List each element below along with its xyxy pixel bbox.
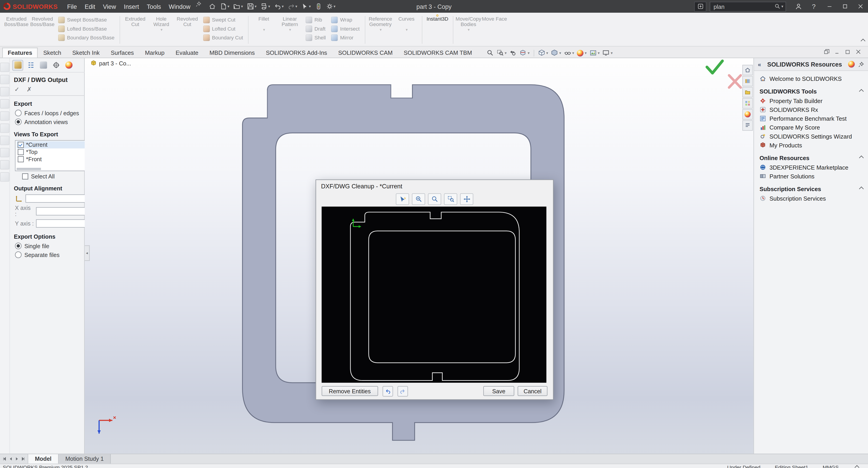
link-my-products[interactable]: My Products bbox=[754, 141, 868, 149]
ribbon-swept-cut[interactable]: Swept Cut bbox=[203, 17, 243, 23]
checkbox-current[interactable] bbox=[18, 142, 24, 148]
menu-tools[interactable]: Tools bbox=[143, 1, 165, 12]
link-3dexperience-marketplace[interactable]: 3DEXPERIENCE Marketplace bbox=[754, 163, 868, 172]
cleanup-redo-button[interactable] bbox=[397, 386, 408, 396]
menu-edit[interactable]: Edit bbox=[81, 1, 99, 12]
pm-tab-appearances[interactable] bbox=[64, 60, 73, 70]
save-button[interactable]: ▾ bbox=[245, 1, 258, 11]
tab-sketch[interactable]: Sketch bbox=[38, 48, 67, 58]
link-settings-wizard[interactable]: SOLIDWORKS Settings Wizard bbox=[754, 132, 868, 141]
tab-evaluate[interactable]: Evaluate bbox=[170, 48, 204, 58]
cancel-dialog-button[interactable]: Cancel bbox=[518, 386, 548, 396]
ribbon-boundary-cut[interactable]: Boundary Cut bbox=[203, 34, 243, 41]
ribbon-move-face[interactable]: Move Face bbox=[482, 14, 507, 46]
side-toolbar-button[interactable] bbox=[0, 75, 9, 84]
side-toolbar-button[interactable] bbox=[0, 148, 9, 157]
link-compare-my-score[interactable]: Compare My Score bbox=[754, 123, 868, 132]
new-document-button[interactable]: ▾ bbox=[218, 1, 231, 11]
scroll-next-button[interactable] bbox=[14, 457, 20, 462]
status-expander[interactable] bbox=[853, 466, 861, 468]
status-units[interactable]: MMGS bbox=[823, 465, 839, 468]
side-toolbar-button[interactable] bbox=[0, 172, 9, 182]
cleanup-zoom-in-button[interactable] bbox=[412, 193, 425, 205]
cleanup-zoom-fit-button[interactable] bbox=[428, 193, 441, 205]
ribbon-extruded-boss-base[interactable]: Extruded Boss/Base bbox=[3, 14, 29, 46]
help-button[interactable]: ? bbox=[806, 0, 822, 13]
zoom-fit-button[interactable] bbox=[486, 49, 494, 57]
ribbon-instant3d[interactable]: Instant3D bbox=[424, 14, 451, 46]
cleanup-select-button[interactable] bbox=[396, 193, 409, 205]
select-arrow-button[interactable]: ▾ bbox=[300, 1, 313, 11]
minimize-button[interactable] bbox=[822, 0, 837, 13]
redo-button[interactable]: ▾ bbox=[286, 1, 299, 11]
radio-faces-loops-edges[interactable] bbox=[15, 110, 22, 116]
taskpane-tab-appearances[interactable] bbox=[742, 109, 753, 120]
pm-cancel-button[interactable]: ✗ bbox=[27, 86, 32, 93]
cleanup-zoom-area-button[interactable] bbox=[444, 193, 457, 205]
checkbox-front[interactable] bbox=[18, 156, 24, 162]
welcome-link[interactable]: Welcome to SOLIDWORKS bbox=[754, 74, 868, 83]
pm-tab-dimxpert[interactable] bbox=[51, 60, 61, 70]
edit-appearance-button[interactable]: ▾ bbox=[577, 50, 587, 56]
ribbon-lofted-boss-base[interactable]: Lofted Boss/Base bbox=[58, 26, 115, 32]
ribbon-move-copy-bodies[interactable]: Move/Copy Bodies▾ bbox=[455, 14, 482, 46]
pm-tab-propertymanager[interactable] bbox=[13, 60, 23, 70]
ribbon-swept-boss-base[interactable]: Swept Boss/Base bbox=[58, 17, 115, 23]
section-subscription-services[interactable]: Subscription Services bbox=[754, 180, 868, 194]
ribbon-wrap[interactable]: Wrap bbox=[331, 17, 360, 23]
ribbon-revolved-cut[interactable]: Revolved Cut bbox=[174, 14, 200, 46]
restore-document-button[interactable] bbox=[845, 49, 851, 56]
cleanup-undo-button[interactable] bbox=[382, 386, 393, 396]
task-pane-options-icon[interactable] bbox=[848, 61, 855, 67]
section-view-button[interactable]: ▾ bbox=[519, 49, 530, 57]
tab-markup[interactable]: Markup bbox=[140, 48, 170, 58]
ribbon-linear-pattern[interactable]: Linear Pattern▾ bbox=[277, 14, 303, 46]
dxf-preview-canvas[interactable] bbox=[322, 206, 547, 383]
ribbon-curves[interactable]: Curves▾ bbox=[393, 14, 420, 46]
pm-tab-featuremanager[interactable] bbox=[26, 60, 35, 70]
rebuild-button[interactable] bbox=[313, 1, 323, 11]
side-toolbar-button[interactable] bbox=[0, 111, 9, 121]
motion-study-tab[interactable]: Motion Study 1 bbox=[59, 454, 111, 464]
tab-solidworks-add-ins[interactable]: SOLIDWORKS Add-Ins bbox=[260, 48, 333, 58]
cleanup-pan-button[interactable] bbox=[460, 193, 473, 205]
section-online-resources[interactable]: Online Resources bbox=[754, 149, 868, 163]
account-button[interactable] bbox=[790, 0, 806, 13]
tab-sketch-ink[interactable]: Sketch Ink bbox=[67, 48, 105, 58]
ribbon-lofted-cut[interactable]: Lofted Cut bbox=[203, 26, 243, 32]
link-performance-benchmark-test[interactable]: Performance Benchmark Test bbox=[754, 114, 868, 123]
link-partner-solutions[interactable]: Partner Solutions bbox=[754, 172, 868, 180]
home-button[interactable] bbox=[207, 1, 217, 11]
previous-view-button[interactable] bbox=[509, 49, 517, 57]
tab-features[interactable]: Features bbox=[2, 48, 38, 58]
remove-entities-button[interactable]: Remove Entities bbox=[322, 386, 378, 396]
ribbon-extruded-cut[interactable]: Extruded Cut bbox=[122, 14, 148, 46]
menu-insert[interactable]: Insert bbox=[120, 1, 143, 12]
taskpane-tab-view-palette[interactable] bbox=[742, 98, 753, 109]
checkbox-top[interactable] bbox=[18, 149, 24, 155]
open-document-button[interactable]: ▾ bbox=[231, 1, 245, 11]
side-toolbar-button[interactable] bbox=[0, 124, 9, 133]
view-settings-button[interactable]: ▾ bbox=[602, 49, 613, 57]
panel-collapse-handle[interactable]: ◂ bbox=[85, 245, 90, 261]
display-style-button[interactable]: ▾ bbox=[551, 49, 561, 57]
zoom-area-button[interactable]: ▾ bbox=[496, 49, 506, 57]
search-input[interactable] bbox=[712, 2, 775, 10]
taskpane-tab-resources[interactable] bbox=[742, 65, 753, 75]
side-toolbar-button[interactable] bbox=[0, 99, 9, 109]
side-toolbar-button[interactable] bbox=[0, 87, 9, 96]
scroll-last-button[interactable] bbox=[21, 457, 26, 462]
link-solidworks-rx[interactable]: SOLIDWORKS Rx bbox=[754, 105, 868, 114]
link-property-tab-builder[interactable]: Property Tab Builder bbox=[754, 96, 868, 105]
scroll-first-button[interactable] bbox=[2, 457, 7, 462]
ribbon-revolved-boss-base[interactable]: Revolved Boss/Base bbox=[29, 14, 55, 46]
taskpane-tab-file-explorer[interactable] bbox=[742, 87, 753, 97]
taskpane-tab-design-library[interactable] bbox=[742, 76, 753, 86]
ribbon-hole-wizard[interactable]: Hole Wizard▾ bbox=[148, 14, 174, 46]
ribbon-mirror[interactable]: Mirror bbox=[331, 34, 360, 41]
radio-separate-files[interactable] bbox=[15, 252, 22, 258]
taskpane-tab-custom-properties[interactable] bbox=[742, 120, 753, 130]
search-icon[interactable] bbox=[775, 3, 781, 9]
view-orientation-button[interactable]: ▾ bbox=[538, 49, 548, 57]
radio-single-file[interactable] bbox=[15, 242, 22, 249]
